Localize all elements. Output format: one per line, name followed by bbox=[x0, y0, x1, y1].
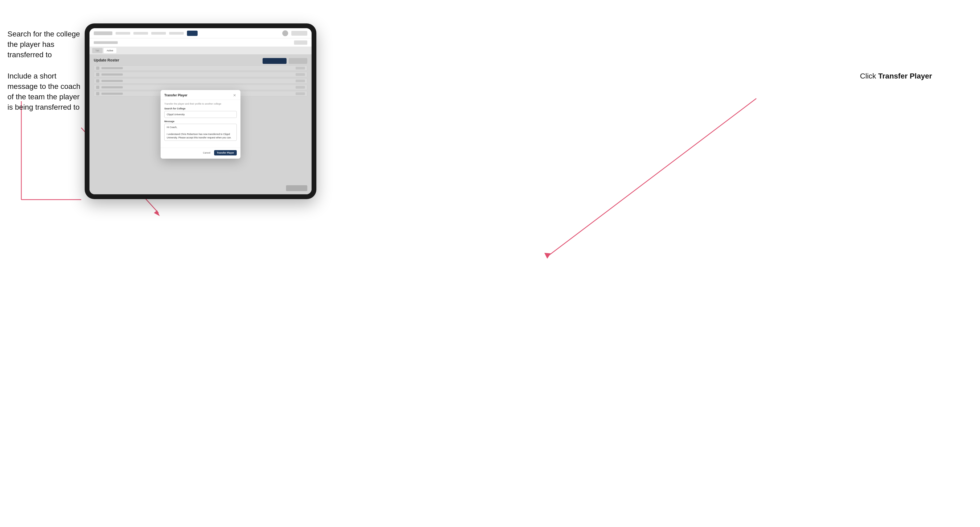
search-college-label: Search for College bbox=[164, 107, 237, 110]
annotation-right-prefix: Click bbox=[860, 72, 878, 80]
cancel-button[interactable]: Cancel bbox=[201, 151, 212, 155]
tab-1: Tab bbox=[92, 48, 103, 53]
nav-item-active bbox=[187, 30, 197, 36]
transfer-player-modal: Transfer Player ✕ Transfer the player an… bbox=[161, 90, 240, 159]
annotation-right: Click Transfer Player bbox=[860, 72, 932, 80]
nav-button bbox=[291, 31, 307, 36]
subbar-action bbox=[294, 40, 307, 45]
ipad-screen: Tab Active Update Roster bbox=[89, 28, 312, 194]
app-navbar bbox=[89, 28, 312, 38]
close-icon[interactable]: ✕ bbox=[232, 93, 237, 97]
nav-item-1 bbox=[116, 32, 130, 35]
message-textarea[interactable]: Hi Coach,I understand Chris Robertson ha… bbox=[164, 124, 237, 141]
annotation-right-bold: Transfer Player bbox=[878, 72, 932, 80]
annotation-text-2: Include a short message to the coach of … bbox=[8, 71, 82, 113]
nav-logo bbox=[94, 32, 112, 35]
subbar-breadcrumb bbox=[94, 41, 118, 44]
nav-avatar bbox=[282, 30, 288, 36]
svg-marker-3 bbox=[544, 253, 551, 259]
message-label: Message bbox=[164, 120, 237, 123]
modal-subtitle: Transfer the player and their profile to… bbox=[164, 103, 237, 105]
search-college-input[interactable]: Clippd University bbox=[164, 111, 237, 118]
modal-overlay: Transfer Player ✕ Transfer the player an… bbox=[89, 54, 312, 194]
modal-title: Transfer Player bbox=[164, 94, 188, 97]
ipad-device: Tab Active Update Roster bbox=[85, 24, 317, 199]
app-tabbar: Tab Active bbox=[89, 47, 312, 54]
svg-line-2 bbox=[549, 98, 756, 256]
app-subbar bbox=[89, 38, 312, 47]
transfer-player-button[interactable]: Transfer Player bbox=[214, 150, 237, 156]
svg-marker-1 bbox=[154, 210, 160, 216]
modal-body: Transfer the player and their profile to… bbox=[161, 100, 240, 148]
modal-header: Transfer Player ✕ bbox=[161, 90, 240, 100]
annotation-text-1: Search for the college the player has tr… bbox=[8, 29, 82, 60]
nav-item-2 bbox=[134, 32, 148, 35]
tab-2-active: Active bbox=[103, 48, 117, 53]
nav-item-4 bbox=[169, 32, 184, 35]
app-content: Update Roster bbox=[89, 54, 312, 194]
modal-footer: Cancel Transfer Player bbox=[161, 148, 240, 159]
nav-item-3 bbox=[151, 32, 166, 35]
annotation-left: Search for the college the player has tr… bbox=[8, 29, 82, 123]
